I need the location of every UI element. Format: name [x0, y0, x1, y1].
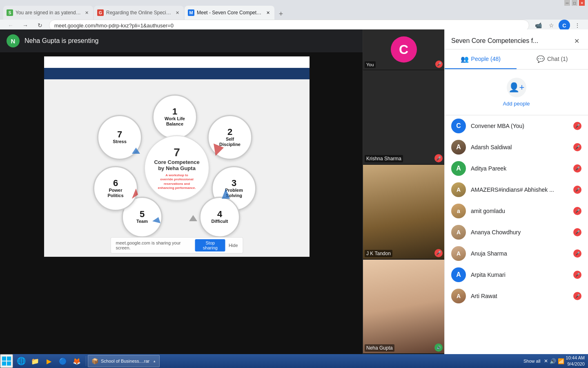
stop-sharing-button[interactable]: Stop sharing [195, 239, 225, 251]
circle-2-num: 2 [227, 128, 232, 137]
svg-rect-7 [2, 357, 6, 361]
tab-people[interactable]: 👥 People (48) [445, 49, 517, 69]
adarsh-mic-off: 🎤 [573, 143, 581, 151]
aditya-mic-off: 🎤 [573, 164, 581, 173]
you-video-tile: C You 🎤 [363, 29, 444, 70]
url-text: meet.google.com/hmo-pdrp-kxz?pli=1&authu… [54, 22, 174, 29]
person-avatar-arti: A [451, 289, 466, 303]
panel-title: Seven Core Competencies f... [451, 37, 538, 45]
new-tab-button[interactable]: + [275, 8, 287, 20]
firefox-icon[interactable]: 🦊 [70, 354, 83, 368]
network-icon[interactable]: 📶 [558, 358, 564, 364]
taskbar-right: Show all ✕ 🔊 📶 10:44 AM 9/4/2020 [519, 355, 588, 368]
person-item-arti: A Arti Rawat 🎤 [445, 285, 588, 307]
add-people-section[interactable]: 👤+ Add people [445, 70, 588, 115]
video-content: 7 Core Competenceby Neha Gupta A worksho… [0, 52, 363, 354]
jk-video-tile: J K Tandon 🎤 [363, 165, 444, 259]
tab-3[interactable]: M Meet - Seven Core Compete... ✕ [185, 6, 274, 20]
circle-7-label: Stress [113, 139, 127, 144]
tab-1[interactable]: S You are signed in as yatendra_ve... ✕ [3, 6, 93, 20]
anuja-photo: A [451, 246, 466, 261]
slide-body: 7 Core Competenceby Neha Gupta A worksho… [44, 79, 310, 257]
show-all-button[interactable]: Show all [522, 359, 542, 364]
circle-4-label: Difficult [212, 219, 228, 224]
explorer-icon[interactable]: 📁 [29, 354, 42, 368]
close-taskbar-button[interactable]: ✕ [544, 358, 548, 364]
diagram-container: 7 Core Competenceby Neha Gupta A worksho… [89, 90, 265, 246]
tab-chat[interactable]: 💬 Chat (1) [517, 49, 588, 69]
circle-3-label: ProblemSolving [225, 188, 243, 198]
person-name-amazers: AMAZERS#indians# Abhishek ... [471, 186, 568, 193]
panel-tabs: 👥 People (48) 💬 Chat (1) [445, 49, 588, 70]
person-avatar-anuja: A [451, 246, 466, 261]
minimize-button[interactable]: ─ [564, 0, 570, 6]
neha-video-tile: Neha Gupta 🔊 [363, 260, 444, 354]
circle-7: 7 Stress [97, 115, 142, 160]
circle-1-num: 1 [172, 107, 177, 116]
presenter-avatar: N [7, 34, 20, 47]
circle-2: 2 SelfDiscipline [207, 115, 252, 160]
volume-icon[interactable]: 🔊 [550, 358, 556, 364]
amazers-mic-off: 🎤 [573, 186, 581, 194]
taskbar-sys-icons: 🔊 📶 [550, 358, 564, 364]
side-panel: C You 🎤 Krishna Sharma 🎤 J K Tandon 🎤 Ne… [363, 29, 444, 354]
amazers-photo: A [451, 182, 466, 197]
taskbar: 🌐 📁 ▶ 🔵 🦊 📦 School of Business....rar ▲ … [0, 354, 588, 368]
convener-mic-off: 🎤 [573, 122, 581, 130]
person-name-arpita: Arpita Kumari [471, 272, 568, 278]
neha-face-bg [363, 260, 444, 353]
main-area: N Neha Gupta is presenting 7 Core Compet… [0, 29, 588, 354]
add-people-icon[interactable]: 👤+ [507, 78, 526, 97]
taskbar-window-schoolrar[interactable]: 📦 School of Business....rar ▲ [88, 355, 160, 367]
ie-icon[interactable]: 🌐 [15, 354, 28, 368]
start-button[interactable] [0, 354, 13, 368]
svg-rect-9 [2, 361, 6, 366]
circle-4: 4 Difficult [199, 197, 240, 238]
arpita-mic-off: 🎤 [573, 271, 581, 279]
krishna-name-tag: Krishna Sharma [365, 155, 403, 162]
people-icon: 👥 [461, 55, 469, 63]
person-avatar-aditya: A [451, 161, 466, 176]
person-avatar-amit: a [451, 204, 466, 218]
center-desc: A workshop tooverride professionalreserv… [154, 173, 199, 191]
krishna-video-tile: Krishna Sharma 🎤 [363, 70, 444, 165]
taskbar-window-label: School of Business....rar [101, 359, 149, 364]
person-item-anuja: A Anuja Sharma 🎤 [445, 243, 588, 264]
tab-1-close[interactable]: ✕ [83, 9, 90, 16]
chat-icon: 💬 [537, 55, 545, 63]
person-name-anuja: Anuja Sharma [471, 250, 568, 257]
people-list: C Convener MBA (You) 🎤 A Adarsh Saldiwal… [445, 115, 588, 354]
tab-2[interactable]: G Regarding the Online Special Ba... ✕ [94, 6, 184, 20]
tab-3-close[interactable]: ✕ [265, 9, 271, 16]
person-name-ananya: Ananya Chowdhury [471, 229, 568, 236]
person-avatar-arpita: A [451, 267, 466, 282]
person-avatar-ananya: A [451, 225, 466, 240]
add-people-label: Add people [503, 101, 530, 107]
hide-button[interactable]: Hide [229, 243, 238, 248]
close-window-button[interactable]: ✕ [579, 0, 585, 6]
tab-2-close[interactable]: ✕ [174, 9, 180, 16]
tab-bar: S You are signed in as yatendra_ve... ✕ … [0, 6, 588, 20]
jk-face-bg [363, 165, 444, 258]
tab-2-title: Regarding the Online Special Ba... [106, 10, 172, 16]
mediaplayer-icon[interactable]: ▶ [42, 354, 56, 368]
arti-mic-off: 🎤 [573, 292, 581, 300]
close-panel-button[interactable]: ✕ [572, 36, 581, 46]
circle-6: 6 PowerPolitics [93, 166, 138, 211]
person-item-ananya: A Ananya Chowdhury 🎤 [445, 222, 588, 243]
chrome-icon[interactable]: 🔵 [56, 354, 69, 368]
maximize-button[interactable]: □ [572, 0, 577, 6]
circle-1: 1 Work LifeBalance [152, 94, 197, 139]
person-item-aditya: A Aditya Pareek 🎤 [445, 158, 588, 179]
video-area: N Neha Gupta is presenting 7 Core Compet… [0, 29, 363, 354]
circle-5-num: 5 [140, 210, 145, 219]
person-name-arti: Arti Rawat [471, 293, 568, 299]
slide-frame: 7 Core Competenceby Neha Gupta A worksho… [44, 56, 310, 257]
right-panel: Seven Core Competencies f... ✕ 👥 People … [444, 29, 588, 354]
windows-logo-icon [2, 357, 11, 366]
krishna-bg [363, 70, 444, 164]
slide-header-white [44, 56, 310, 68]
center-circle: 7 Core Competenceby Neha Gupta A worksho… [144, 135, 209, 201]
circle-1-label: Work LifeBalance [165, 116, 185, 127]
person-name-amit: amit gomladu [471, 208, 568, 214]
